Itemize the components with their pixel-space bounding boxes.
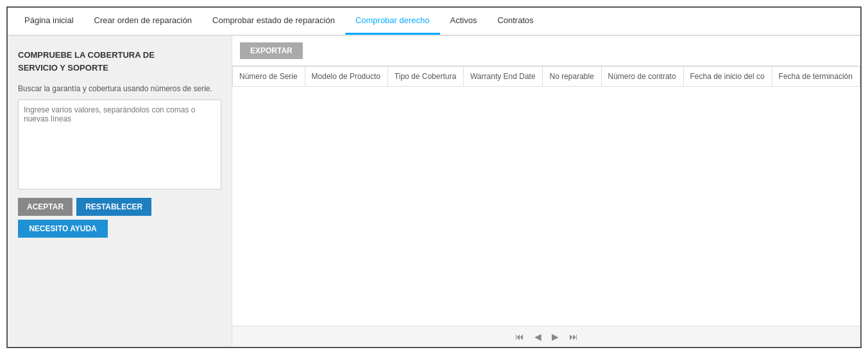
col-header-0: Número de Serie <box>233 67 305 87</box>
nav-bar: Página inicialCrear orden de reparaciónC… <box>8 8 860 36</box>
prev-page-button[interactable]: ◀ <box>532 330 544 343</box>
app-container: Página inicialCrear orden de reparaciónC… <box>6 6 862 348</box>
results-table: Número de SerieModelo de ProductoTipo de… <box>232 66 860 87</box>
pagination: ⏮ ◀ ▶ ⏭ <box>232 326 860 347</box>
last-page-button[interactable]: ⏭ <box>566 330 581 343</box>
nav-item-activos[interactable]: Activos <box>440 8 488 35</box>
col-header-6: Fecha de inicio del co <box>683 67 772 87</box>
table-header-row: Número de SerieModelo de ProductoTipo de… <box>233 67 860 87</box>
serial-numbers-input[interactable] <box>18 100 221 189</box>
col-header-1: Modelo de Producto <box>305 67 387 87</box>
sidebar: COMPRUEBE LA COBERTURA DE SERVICIO Y SOP… <box>8 36 232 347</box>
help-button[interactable]: NECESITO AYUDA <box>18 220 108 238</box>
nav-item-crear-orden[interactable]: Crear orden de reparación <box>84 8 202 35</box>
nav-item-comprobar-estado[interactable]: Comprobar estado de reparación <box>202 8 345 35</box>
col-header-4: No reparable <box>543 67 601 87</box>
nav-item-comprobar-derecho[interactable]: Comprobar derecho <box>345 8 440 35</box>
next-page-button[interactable]: ▶ <box>549 330 561 343</box>
table-container: Número de SerieModelo de ProductoTipo de… <box>232 66 860 326</box>
right-panel: EXPORTAR Número de SerieModelo de Produc… <box>232 36 860 347</box>
col-header-5: Número de contrato <box>601 67 683 87</box>
reset-button[interactable]: RESTABLECER <box>76 198 151 216</box>
toolbar: EXPORTAR <box>232 36 860 66</box>
col-header-3: Warranty End Date <box>463 67 543 87</box>
export-button[interactable]: EXPORTAR <box>240 42 303 59</box>
main-content: COMPRUEBE LA COBERTURA DE SERVICIO Y SOP… <box>8 36 860 347</box>
nav-item-contratos[interactable]: Contratos <box>487 8 543 35</box>
sidebar-description: Buscar la garantía y cobertura usando nú… <box>18 84 221 93</box>
accept-button[interactable]: ACEPTAR <box>18 198 72 216</box>
first-page-button[interactable]: ⏮ <box>513 330 527 343</box>
nav-item-pagina-inicial[interactable]: Página inicial <box>14 8 84 35</box>
col-header-7: Fecha de terminación <box>772 67 860 87</box>
sidebar-buttons: ACEPTAR RESTABLECER NECESITO AYUDA <box>18 198 221 238</box>
sidebar-title: COMPRUEBE LA COBERTURA DE SERVICIO Y SOP… <box>18 49 221 74</box>
col-header-2: Tipo de Cobertura <box>387 67 463 87</box>
